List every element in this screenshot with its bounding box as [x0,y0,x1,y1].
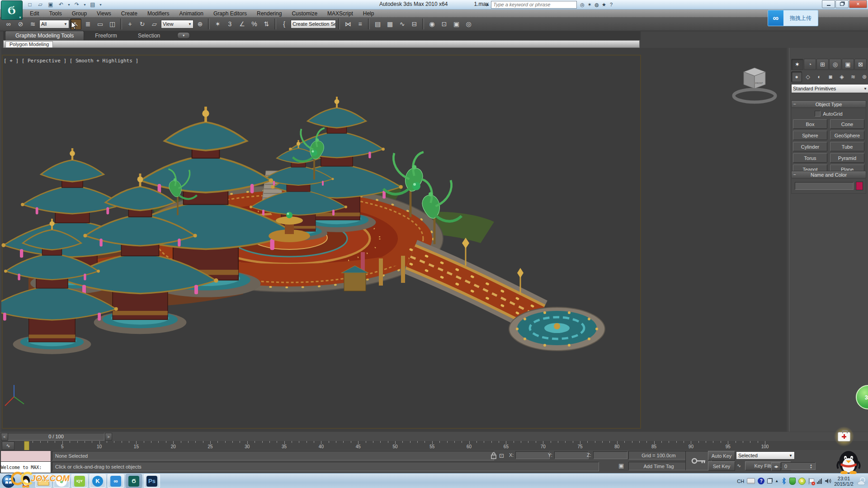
menu-maxscript[interactable]: MAXScript [323,10,358,17]
ribbon-tab-freeform[interactable]: Freeform [85,31,127,40]
name-color-rollout-header[interactable]: − Name and Color [791,171,866,178]
network-signal-icon[interactable] [817,479,822,484]
menu-help[interactable]: Help [359,10,379,17]
rectangular-selection-region-icon[interactable]: ▭ [94,19,106,30]
select-and-move-icon[interactable]: + [124,19,136,30]
select-by-name-icon[interactable]: ≣ [82,19,94,30]
menu-edit[interactable]: Edit [25,10,44,17]
mirror-icon[interactable]: ⋈ [342,19,354,30]
hidden-icons-chevron[interactable]: ▲ [775,479,778,483]
time-slider-thumb[interactable] [24,441,29,450]
reference-coordinate-dropdown[interactable]: View▼ [161,20,193,28]
baidu-cloud-icon[interactable]: ∞ [108,474,124,488]
rendered-frame-window-icon[interactable]: ▣ [451,19,462,30]
cone-button[interactable]: Cone [830,119,864,129]
menu-group[interactable]: Group [67,10,91,17]
geosphere-button[interactable]: GeoSphere [830,131,864,140]
y-coordinate-field[interactable] [554,451,589,459]
hierarchy-tab[interactable]: ⊞ [816,59,829,70]
use-pivot-point-center-icon[interactable]: ⊕ [194,19,206,30]
viewport-label[interactable]: [ + ] [ Perspective ] [ Smooth + Highlig… [4,58,138,64]
select-and-scale-icon[interactable]: ▱ [149,19,160,30]
select-and-rotate-icon[interactable]: ↻ [137,19,148,30]
polygon-modeling-panel-button[interactable]: Polygon Modeling [5,41,53,47]
cylinder-button[interactable]: Cylinder [793,142,827,151]
sphere-button[interactable]: Sphere [793,131,827,140]
key-curve-icon[interactable]: ∿ [737,463,741,469]
infocenter-search-input[interactable]: Type a keyword or phrase [491,1,577,9]
align-icon[interactable]: ≡ [354,19,366,30]
maxscript-mini-listener[interactable] [0,450,51,462]
ribbon-tab-selection[interactable]: Selection [128,31,170,40]
menu-customize[interactable]: Customize [287,10,322,17]
layer-manager-icon[interactable]: ▤ [372,19,383,30]
object-color-swatch[interactable] [856,182,863,190]
minimize-button[interactable] [822,0,835,8]
window-crossing-icon[interactable]: ◫ [107,19,118,30]
space-warps-category[interactable]: ≋ [848,71,859,82]
render-setup-icon[interactable]: ⊡ [439,19,450,30]
next-frame-arrow[interactable]: > [105,433,112,441]
modify-tab[interactable]: ◔ [804,59,816,70]
selection-filter-dropdown[interactable]: All▼ [39,20,69,28]
previous-frame-arrow[interactable]: < [1,433,8,441]
kugou-icon[interactable]: K [90,474,106,488]
menu-graph-editors[interactable]: Graph Editors [209,10,251,17]
antivirus-shield-icon[interactable] [789,478,796,485]
3ds-max-icon[interactable]: Ϭ [126,474,142,488]
add-time-tag[interactable]: Add Time Tag [628,462,689,470]
object-class-dropdown[interactable]: Standard Primitives▼ [791,84,868,93]
helpers-category[interactable]: ◈ [836,71,847,82]
menu-modifiers[interactable]: Modifiers [143,10,174,17]
menu-create[interactable]: Create [117,10,142,17]
bind-to-space-warp-icon[interactable]: ≋ [27,19,38,30]
pyramid-button[interactable]: Pyramid [830,153,864,163]
communication-center-icon[interactable]: ◍ [593,1,600,8]
auto-key-button[interactable]: Auto Key [708,451,735,460]
select-and-manipulate-icon[interactable]: ✶ [212,19,223,30]
photoshop-icon[interactable]: Ps [144,474,160,488]
set-key-button[interactable]: Set Key [708,461,735,471]
bluetooth-icon[interactable] [781,478,787,484]
help-icon[interactable]: ? [608,1,615,8]
window-small-icon[interactable] [767,479,772,483]
track-bar[interactable]: ∿ 51015202530354045505560657075808590951… [0,441,868,450]
current-frame-field[interactable]: 0 ▲▼ [781,462,816,470]
spinner-snap-toggle-icon[interactable]: ⇅ [261,19,272,30]
perspective-viewport[interactable]: FRONT [ + ] [ Perspective ] [ Smooth + H… [1,48,787,432]
display-tab[interactable]: ▣ [842,59,854,70]
time-slider[interactable]: 0 / 100 [8,433,104,441]
curve-editor-icon[interactable]: ∿ [396,19,408,30]
x-coordinate-field[interactable] [515,451,550,459]
close-button[interactable]: × [849,0,867,8]
schematic-view-icon[interactable]: ⊟ [409,19,420,30]
torus-button[interactable]: Torus [793,153,827,163]
angle-snap-toggle-icon[interactable]: ∠ [236,19,248,30]
material-editor-icon[interactable]: ◉ [426,19,438,30]
geometry-category[interactable]: ● [791,71,802,82]
graphite-ribbon-toggle-icon[interactable]: ▦ [384,19,396,30]
edit-named-selection-sets-icon[interactable]: { [278,19,290,30]
select-and-link-icon[interactable]: ∞ [3,19,14,30]
volume-icon[interactable] [825,478,831,484]
autogrid-checkbox[interactable] [815,111,821,117]
restore-button[interactable] [835,0,849,8]
application-menu-button[interactable]: Ϭ ▼ [1,0,23,20]
iqiyi-icon[interactable]: iQY [71,474,88,488]
percent-snap-toggle-icon[interactable]: % [249,19,260,30]
cameras-category[interactable]: ◙ [825,71,836,82]
action-center-flag-icon[interactable]: × [808,478,814,484]
taskbar-clock[interactable]: 23:01 2015/1/2 [834,476,854,487]
time-tag-cube-icon[interactable]: ▣ [618,462,624,469]
box-button[interactable]: Box [793,119,827,129]
menu-animation[interactable]: Animation [175,10,208,17]
menu-tools[interactable]: Tools [45,10,66,17]
render-production-icon[interactable]: ◎ [463,19,474,30]
set-keys-key-icon[interactable] [691,457,706,465]
qq-pet-penguin[interactable] [832,448,865,474]
lights-category[interactable]: ◐ [814,71,825,82]
key-mode-dropdown[interactable]: Selected▼ [736,451,795,460]
absolute-mode-icon[interactable]: ⊡ [499,452,504,459]
frame-spinner[interactable]: ▲▼ [810,464,812,469]
selection-lock-icon[interactable] [491,452,496,459]
